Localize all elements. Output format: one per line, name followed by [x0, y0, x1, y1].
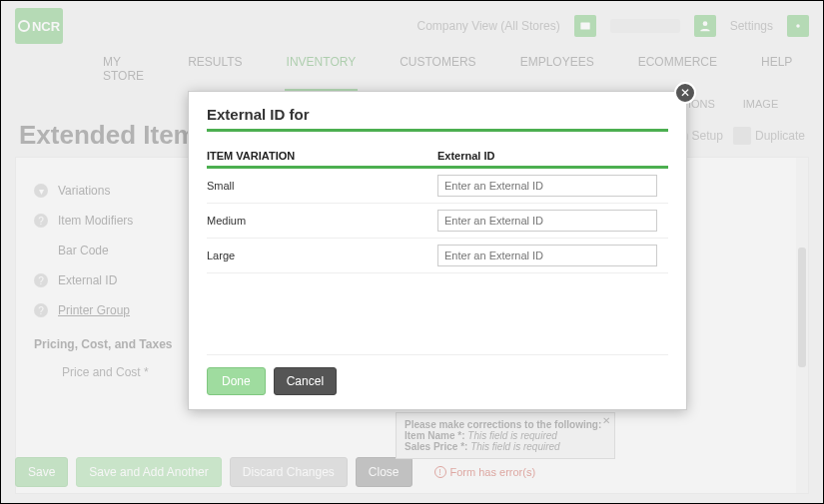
svg-rect-0 [580, 23, 589, 30]
modal-footer: Done Cancel [207, 354, 668, 395]
cancel-button[interactable]: Cancel [274, 367, 337, 395]
main-nav: MY STORE RESULTS INVENTORY CUSTOMERS EMP… [1, 43, 823, 92]
page-title: Extended Item [19, 120, 197, 151]
masked-username [610, 19, 680, 33]
error-header: Please make corrections to the following… [405, 419, 606, 430]
tab-help[interactable]: HELP [759, 49, 794, 92]
col-variation: ITEM VARIATION [207, 146, 437, 168]
gear-icon[interactable] [787, 15, 809, 37]
logo-text: NCR [32, 19, 60, 34]
scrollbar-thumb[interactable] [798, 248, 806, 367]
error-icon: ! [434, 466, 446, 478]
close-icon[interactable]: ✕ [602, 415, 610, 426]
close-button[interactable]: Close [356, 457, 412, 487]
discard-button[interactable]: Discard Changes [230, 457, 348, 487]
table-row: Medium [207, 204, 668, 239]
help-icon: ? [34, 214, 48, 228]
scrollbar[interactable] [796, 158, 808, 493]
bottom-bar: Save Save and Add Another Discard Change… [15, 457, 535, 487]
chevron-down-icon: ▾ [34, 184, 48, 198]
modal-close-icon[interactable]: ✕ [674, 82, 696, 104]
tab-customers[interactable]: CUSTOMERS [398, 49, 477, 92]
tab-my-store[interactable]: MY STORE [101, 49, 146, 92]
modal-title: External ID for [207, 106, 668, 123]
table-row: Small [207, 168, 668, 204]
modal-rule [207, 129, 668, 132]
error-tooltip: ✕ Please make corrections to the followi… [396, 412, 615, 459]
variation-label: Small [207, 168, 437, 204]
external-id-input-small[interactable] [437, 175, 657, 197]
svg-point-1 [702, 21, 707, 26]
help-icon: ? [34, 273, 48, 287]
external-id-input-medium[interactable] [437, 210, 657, 232]
form-error-message: ! Form has error(s) [434, 466, 536, 478]
settings-link[interactable]: Settings [730, 19, 773, 33]
tab-inventory[interactable]: INVENTORY [285, 49, 359, 92]
svg-point-2 [796, 24, 800, 28]
tab-employees[interactable]: EMPLOYEES [518, 49, 596, 92]
variation-label: Medium [207, 204, 437, 239]
duplicate-link[interactable]: Duplicate [733, 127, 805, 145]
external-id-modal: ✕ External ID for ITEM VARIATION Externa… [188, 91, 687, 410]
done-button[interactable]: Done [207, 367, 266, 395]
store-icon[interactable] [574, 15, 596, 37]
top-right: Company View (All Stores) Settings [416, 15, 809, 37]
table-row: Large [207, 239, 668, 273]
duplicate-icon [733, 127, 751, 145]
external-id-table: ITEM VARIATION External ID Small Medium … [207, 146, 668, 273]
variation-label: Large [207, 239, 437, 273]
save-button[interactable]: Save [15, 457, 68, 487]
logo-ring-icon [18, 20, 30, 32]
logo: NCR [15, 8, 63, 44]
external-id-input-large[interactable] [437, 245, 657, 266]
help-icon: ? [34, 303, 48, 317]
top-bar: NCR Company View (All Stores) Settings [1, 1, 823, 43]
save-add-another-button[interactable]: Save and Add Another [76, 457, 221, 487]
col-external-id: External ID [437, 146, 668, 168]
company-view-label[interactable]: Company View (All Stores) [416, 19, 559, 33]
user-icon[interactable] [694, 15, 716, 37]
tab-results[interactable]: RESULTS [186, 49, 244, 92]
subtab-image[interactable]: IMAGE [743, 98, 778, 110]
